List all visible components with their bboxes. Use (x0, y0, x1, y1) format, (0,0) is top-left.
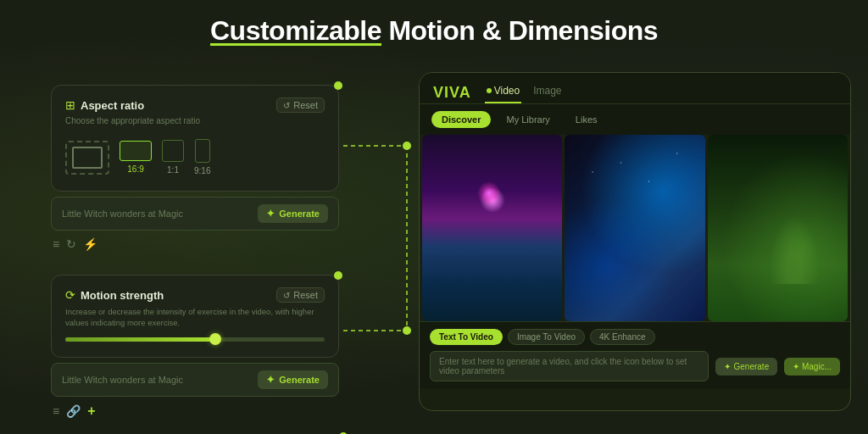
aspect-generate-button[interactable]: ✦ Generate (258, 204, 328, 223)
page-title: Customizable Motion & Dimensions (0, 15, 868, 47)
motion-reset-label: Reset (293, 290, 318, 300)
app-tab-image-label: Image (533, 85, 561, 97)
aspect-title: Aspect ratio (81, 99, 144, 112)
aspect-generate-label: Generate (279, 209, 320, 219)
app-tab-video[interactable]: Video (485, 81, 521, 103)
card-header: ⊞ Aspect ratio ↺ Reset (65, 97, 325, 113)
aspect-input-bar[interactable]: Little Witch wonders at Magic ✦ Generate (51, 197, 339, 231)
motion-strength-card: ⟳ Motion strength ↺ Reset Increase or de… (51, 275, 339, 358)
reset-icon: ↺ (283, 101, 290, 110)
gallery-image-2 (565, 135, 704, 321)
aspect-frame-preview (65, 141, 109, 175)
title-normal: Motion & Dimensions (381, 15, 658, 46)
aspect-option-11[interactable]: 1:1 (162, 140, 184, 175)
motion-generate-button[interactable]: ✦ Generate (258, 370, 328, 389)
aspect-box-916[interactable] (195, 139, 210, 163)
aspect-label-169: 16:9 (127, 164, 143, 174)
app-nav-tabs: Video Image (485, 81, 564, 103)
action-tab-4k-enhance[interactable]: 4K Enhance (590, 329, 655, 345)
app-mockup: VIVA Video Image Discover My Library Lik… (419, 72, 851, 411)
app-logo: VIVA (433, 84, 471, 102)
action-tab-image-to-video[interactable]: Image To Video (508, 329, 585, 345)
motion-reset-icon: ↺ (283, 291, 290, 300)
motion-generate-label: Generate (279, 375, 320, 385)
aspect-box-11[interactable] (162, 140, 184, 162)
video-indicator (487, 88, 492, 93)
app-topbar: VIVA Video Image (420, 73, 850, 104)
action-tab-i2v-label: Image To Video (517, 332, 576, 342)
motion-connector-dot-top (334, 271, 342, 280)
subtab-discover[interactable]: Discover (431, 111, 491, 128)
gallery-item-3[interactable] (708, 135, 848, 321)
aspect-box-169[interactable] (120, 141, 152, 161)
gallery-item-1[interactable] (422, 135, 562, 321)
gallery-image-1 (422, 135, 562, 321)
gallery-grid (420, 135, 850, 321)
aspect-option-169[interactable]: 16:9 (120, 141, 152, 174)
action-tab-t2v-label: Text To Video (439, 332, 493, 342)
subtab-discover-label: Discover (442, 114, 481, 125)
aspect-ratio-card: ⊞ Aspect ratio ↺ Reset Choose the approp… (51, 85, 339, 192)
toolbar-icon-refresh[interactable]: ↻ (66, 237, 76, 251)
aspect-reset-label: Reset (293, 100, 318, 110)
bottom-magic-label: ✦ Magic... (793, 362, 832, 371)
subtab-likes[interactable]: Likes (565, 111, 608, 128)
app-bottombar: Text To Video Image To Video 4K Enhance … (420, 321, 850, 388)
motion-toolbar-icon-plus[interactable]: + (87, 403, 95, 419)
bottom-placeholder: Enter text here to generate a video, and… (439, 357, 687, 376)
bottom-generate-button[interactable]: ✦ Generate (715, 358, 778, 376)
slider-fill (65, 337, 215, 342)
connector-dot-top (334, 81, 342, 90)
aspect-toolbar: ≡ ↻ ⚡ (51, 237, 339, 251)
subtab-mylibrary[interactable]: My Library (496, 111, 559, 128)
app-subtabs: Discover My Library Likes (420, 104, 850, 135)
gallery-image-3 (708, 135, 848, 321)
aspect-reset-button[interactable]: ↺ Reset (276, 97, 325, 113)
action-tab-text-to-video[interactable]: Text To Video (430, 329, 503, 345)
motion-card-header: ⟳ Motion strength ↺ Reset (65, 287, 325, 303)
aspect-label-916: 9:16 (194, 166, 210, 175)
motion-input-bar[interactable]: Little Witch wonders at Magic ✦ Generate (51, 363, 339, 397)
motion-input-placeholder: Little Witch wonders at Magic (62, 375, 183, 385)
motion-slider[interactable] (65, 337, 325, 342)
motion-subtitle: Increase or decrease the intensity of ex… (65, 306, 325, 329)
subtab-mylibrary-label: My Library (506, 114, 549, 125)
action-tab-4k-label: 4K Enhance (599, 332, 646, 342)
aspect-label-11: 1:1 (167, 165, 179, 175)
motion-toolbar-icon-link[interactable]: 🔗 (66, 404, 81, 418)
aspect-input-placeholder: Little Witch wonders at Magic (62, 209, 183, 219)
aspect-options: 16:9 1:1 9:16 (65, 136, 325, 179)
bottom-gen-icon: ✦ (724, 362, 731, 371)
bottom-gen-label: Generate (734, 362, 770, 371)
gallery-item-2[interactable] (565, 135, 704, 321)
slider-track (65, 337, 325, 342)
slider-thumb[interactable] (209, 333, 221, 345)
gen-icon-2: ✦ (266, 374, 275, 386)
title-underline: Customizable (210, 15, 381, 46)
left-panels: ⊞ Aspect ratio ↺ Reset Choose the approp… (51, 85, 373, 419)
aspect-subtitle: Choose the appropriate aspect ratio (65, 116, 325, 125)
card-title-row: ⊞ Aspect ratio (65, 98, 144, 112)
bottom-magic-button[interactable]: ✦ Magic... (784, 358, 840, 376)
motion-icon: ⟳ (65, 288, 75, 302)
motion-reset-button[interactable]: ↺ Reset (276, 287, 325, 303)
app-tab-video-label: Video (494, 85, 520, 97)
motion-toolbar-icon-eq[interactable]: ≡ (53, 404, 59, 418)
motion-title-row: ⟳ Motion strength (65, 288, 164, 302)
subtab-likes-label: Likes (576, 114, 598, 125)
toolbar-icon-bolt[interactable]: ⚡ (83, 237, 97, 251)
aspect-option-916[interactable]: 9:16 (194, 139, 210, 175)
app-tab-image[interactable]: Image (531, 81, 563, 103)
bottom-text-area[interactable]: Enter text here to generate a video, and… (430, 351, 709, 381)
bottom-input-row: Enter text here to generate a video, and… (430, 351, 840, 381)
motion-title: Motion strength (81, 289, 164, 302)
aspect-inner-preview (72, 147, 103, 169)
gen-icon-1: ✦ (266, 208, 275, 220)
motion-toolbar: ≡ 🔗 + (51, 403, 339, 419)
action-tabs: Text To Video Image To Video 4K Enhance (430, 329, 840, 345)
aspect-icon: ⊞ (65, 98, 75, 112)
toolbar-icon-eq[interactable]: ≡ (53, 237, 59, 251)
